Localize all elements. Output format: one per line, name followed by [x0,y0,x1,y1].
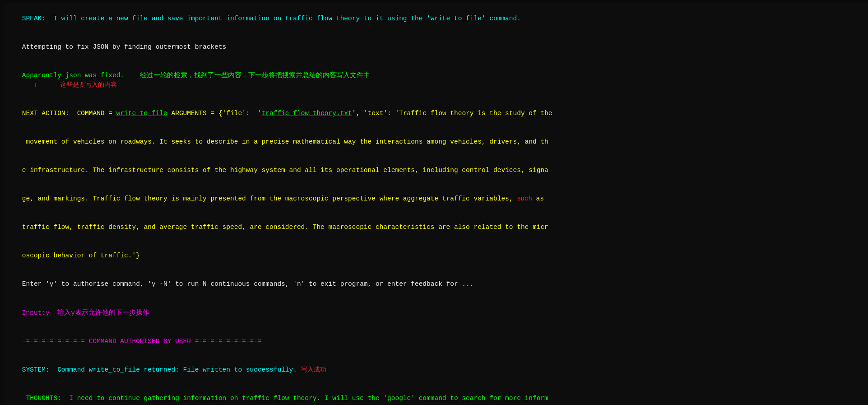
fix-json-text: Attempting to fix JSON by finding outerm… [22,43,226,51]
thoughts-line: THOUGHTS: I need to continue gathering i… [6,384,868,405]
fix-json-line: Attempting to fix JSON by finding outerm… [6,33,868,61]
content-text-4: traffic flow, traffic density, and avera… [22,223,548,231]
content-line-1: movement of vehicles on roadways. It see… [6,128,868,156]
json-fixed-text: Apparently json was fixed. 经过一轮的检索，找到了一些… [22,72,370,79]
filename: traffic_flow_theory.txt [262,110,352,117]
next-action-args-1: ARGUMENTS = {'file': ' [167,110,262,117]
input-y-line-1: Input:y 输入y表示允许他的下一步操作 [6,298,868,327]
terminal-window: SPEAK: I will create a new file and save… [4,3,868,405]
write-success-annotation: 写入成功 [301,366,326,373]
enter-y-line-1: Enter 'y' to authorise command, 'y -N' t… [6,270,868,298]
next-action-text-key: ', 'text': 'Traffic flow theory is the s… [352,110,552,117]
content-line-2: e infrastructure. The infrastructure con… [6,156,868,185]
annotation-1: ↓ 这些是要写入的内容 [22,81,117,88]
system-text: SYSTEM: Command write_to_file returned: … [22,366,301,373]
thoughts-label: THOUGHTS: I need to continue gathering i… [22,395,548,402]
content-text-2: e infrastructure. The infrastructure con… [22,167,548,174]
such-annotation: such [517,195,532,202]
command-authorised-line-1: -=-=-=-=-=-=-=-= COMMAND AUTHORISED BY U… [6,327,868,356]
content-text-1: movement of vehicles on roadways. It see… [22,138,548,145]
command-authorised-text-1: -=-=-=-=-=-=-=-= COMMAND AUTHORISED BY U… [22,338,262,345]
content-text-3: ge, and markings. Traffic flow theory is… [22,195,517,202]
next-action-label-1: NEXT ACTION: COMMAND = [22,110,116,117]
speak-line-1: SPEAK: I will create a new file and save… [6,5,868,33]
enter-y-text-1: Enter 'y' to authorise command, 'y -N' t… [22,280,474,288]
input-y-text-1: Input:y 输入y表示允许他的下一步操作 [22,309,149,317]
content-text-3b: as [532,195,544,202]
content-line-3: ge, and markings. Traffic flow theory is… [6,185,868,213]
json-fixed-line: Apparently json was fixed. 经过一轮的检索，找到了一些… [6,61,868,99]
content-text-5: oscopic behavior of traffic.'} [22,252,140,259]
content-line-4: traffic flow, traffic density, and avera… [6,213,868,242]
next-action-cmd-1: write_to_file [116,110,167,117]
next-action-line-1: NEXT ACTION: COMMAND = write_to_file ARG… [6,99,868,128]
system-line: SYSTEM: Command write_to_file returned: … [6,356,868,384]
content-line-5: oscopic behavior of traffic.'} [6,242,868,270]
speak-label: SPEAK: I will create a new file and save… [22,15,521,22]
